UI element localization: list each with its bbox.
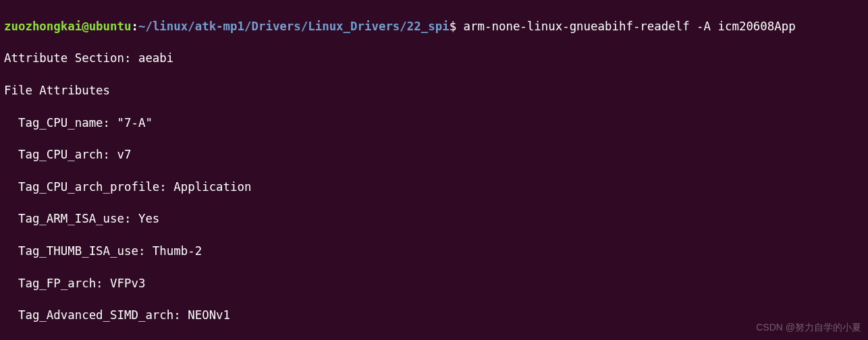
prompt-dollar: $ — [450, 20, 456, 33]
output-line: Tag_FP_arch: VFPv3 — [4, 276, 864, 292]
output-line: Tag_CPU_arch_profile: Application — [4, 179, 864, 196]
output-line: File Attributes — [4, 83, 864, 99]
prompt-path: ~/linux/atk-mp1/Drivers/Linux_Drivers/22… — [138, 20, 450, 33]
prompt-line-1: zuozhongkai@ubuntu:~/linux/atk-mp1/Drive… — [4, 19, 864, 35]
prompt-colon: : — [131, 20, 138, 33]
prompt-user: zuozhongkai@ubuntu — [4, 20, 131, 33]
output-line: Tag_ARM_ISA_use: Yes — [4, 211, 864, 227]
output-line: Tag_THUMB_ISA_use: Thumb-2 — [4, 244, 864, 260]
terminal-window[interactable]: zuozhongkai@ubuntu:~/linux/atk-mp1/Drive… — [0, 0, 868, 340]
output-line: Tag_Advanced_SIMD_arch: NEONv1 — [4, 308, 864, 324]
entered-command: arm-none-linux-gnueabihf-readelf -A icm2… — [456, 20, 796, 33]
output-line: Tag_CPU_name: "7-A" — [4, 115, 864, 132]
output-line: Tag_CPU_arch: v7 — [4, 147, 864, 163]
output-line: Attribute Section: aeabi — [4, 51, 864, 67]
